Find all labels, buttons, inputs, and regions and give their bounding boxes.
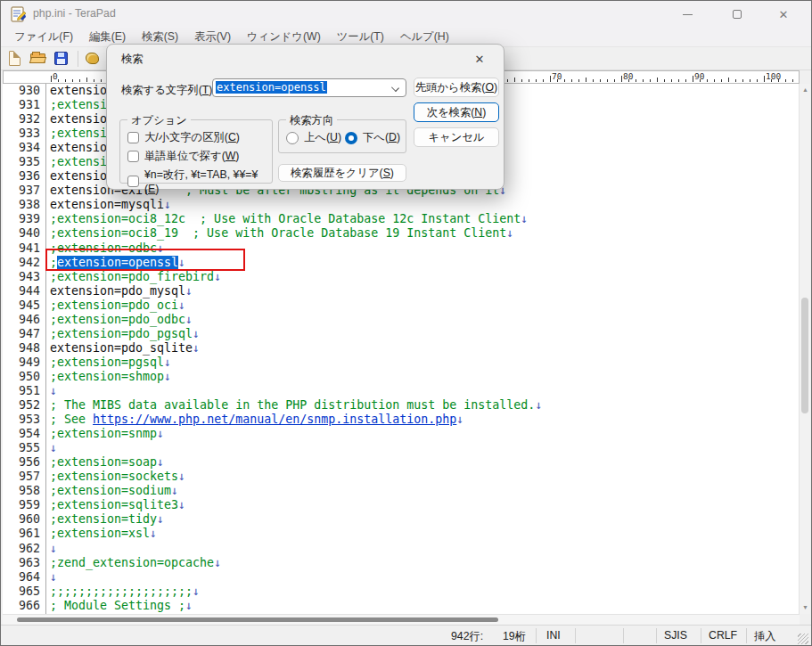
editor-line[interactable]: 948extension=pdo_sqlite↓ (3, 341, 800, 356)
editor-line[interactable]: 963;zend_extension=opcache↓ (3, 556, 800, 570)
line-number: 952 (3, 398, 40, 413)
radio-icon (286, 132, 299, 144)
new-file-button[interactable] (6, 50, 24, 68)
status-input-mode: 挿入 (754, 629, 776, 644)
line-text: ;extension=soap↓ (40, 455, 164, 470)
resize-grip[interactable] (798, 634, 808, 644)
menu-item-file[interactable]: ファイル(F) (6, 28, 81, 46)
maximize-icon (733, 10, 742, 19)
editor-line[interactable]: 955↓ (3, 441, 800, 455)
scroll-down-icon[interactable]: ▼ (800, 601, 811, 614)
newline-mark: ↓ (535, 398, 542, 412)
checkbox-case-sensitive[interactable]: 大/小文字の区別(C) (127, 130, 240, 145)
vertical-scrollbar[interactable]: ▲ ▼ (799, 84, 810, 614)
direction-group-label: 検索方向 (286, 113, 337, 128)
radio-search-up[interactable]: 上へ(U) (286, 130, 341, 145)
checkbox-label: 単語単位で探す(W) (144, 149, 239, 164)
ruler-label: 100 (766, 71, 781, 81)
save-file-button[interactable] (53, 50, 70, 68)
scroll-up-icon[interactable]: ▲ (800, 84, 811, 96)
line-number: 936 (3, 169, 40, 184)
line-text: ;extension=tidy↓ (40, 512, 164, 527)
line-text: ;extension=oci8_12c ; Use with Oracle Da… (40, 212, 528, 226)
editor-line[interactable]: 940;extension=oci8_19 ; Use with Oracle … (3, 226, 800, 241)
editor-line[interactable]: 961;extension=xsl↓ (3, 527, 800, 541)
horizontal-scrollbar-thumb[interactable] (17, 617, 498, 622)
status-divider (536, 628, 537, 643)
editor-line[interactable]: 938extension=mysqli↓ (3, 198, 800, 212)
line-number: 955 (3, 441, 40, 455)
dialog-close-icon: ✕ (475, 53, 485, 66)
editor-line[interactable]: 958;extension=sodium↓ (3, 484, 800, 498)
editor-line[interactable]: 952; The MIBS data available in the PHP … (3, 398, 800, 413)
newline-mark: ↓ (157, 427, 164, 440)
line-text: ;extension=sodium↓ (40, 484, 178, 498)
radio-icon-selected (345, 132, 357, 144)
line-text: extension=pdo_mysql↓ (40, 284, 193, 298)
newline-mark: ↓ (185, 599, 193, 612)
search-query-combobox[interactable]: extension=openssl (212, 78, 406, 97)
close-button[interactable]: ✕ (763, 1, 804, 28)
newline-mark: ↓ (157, 512, 164, 526)
editor-line[interactable]: 962↓ (3, 542, 800, 556)
line-number: 934 (3, 141, 40, 155)
ruler-label: 90 (694, 71, 704, 81)
open-file-button[interactable] (29, 50, 47, 68)
editor-line[interactable]: 939;extension=oci8_12c ; Use with Oracle… (3, 212, 800, 226)
horizontal-scrollbar[interactable] (3, 614, 800, 625)
editor-line[interactable]: 957;extension=sockets↓ (3, 470, 800, 484)
minimize-button[interactable] (667, 1, 708, 28)
editor-line[interactable]: 943;extension=pdo_firebird↓ (3, 270, 800, 284)
radio-search-down[interactable]: 下へ(D) (345, 130, 400, 145)
newline-mark: ↓ (456, 413, 463, 426)
window-title: php.ini - TeraPad (33, 7, 116, 20)
line-number: 945 (3, 298, 40, 313)
dialog-close-button[interactable]: ✕ (464, 48, 495, 70)
editor-line[interactable]: 946;extension=pdo_odbc↓ (3, 313, 800, 327)
line-number: 961 (3, 527, 40, 541)
find-next-button[interactable]: 次を検索(N) (414, 102, 499, 122)
status-divider (623, 628, 624, 643)
editor-line[interactable]: 947;extension=pdo_pgsql↓ (3, 327, 800, 341)
search-dialog: 検索 ✕ 検索する文字列(T): extension=openssl オプション… (106, 44, 504, 190)
editor-line[interactable]: 960;extension=tidy↓ (3, 512, 800, 527)
editor-line[interactable]: 953; See https://www.php.net/manual/en/s… (3, 413, 800, 427)
clear-history-button[interactable]: 検索履歴をクリア(S) (278, 164, 406, 182)
editor-line[interactable]: 966; Module Settings ;↓ (3, 599, 800, 613)
line-text: ;extension=pdo_odbc↓ (40, 313, 193, 327)
newline-mark: ↓ (193, 341, 200, 355)
maximize-button[interactable] (717, 1, 758, 28)
editor-line[interactable]: 965;;;;;;;;;;;;;;;;;;;;↓ (3, 585, 800, 599)
cancel-button[interactable]: キャンセル (414, 127, 499, 147)
editor-line[interactable]: 956;extension=soap↓ (3, 455, 800, 470)
line-text: ;extension=sqlite3↓ (40, 498, 185, 512)
editor-line[interactable]: 959;extension=sqlite3↓ (3, 498, 800, 512)
editor-line[interactable]: 954;extension=snmp↓ (3, 427, 800, 441)
status-divider (656, 628, 657, 643)
search-tool-button[interactable] (84, 50, 102, 68)
editor-line[interactable]: 964↓ (3, 570, 800, 585)
editor-line[interactable]: 950;extension=shmop↓ (3, 370, 800, 384)
vertical-scrollbar-thumb[interactable] (801, 298, 808, 413)
newline-mark: ↓ (178, 470, 185, 483)
newline-mark: ↓ (171, 484, 178, 497)
search-query-label: 検索する文字列(T): (121, 83, 216, 98)
editor-line[interactable]: 944extension=pdo_mysql↓ (3, 284, 800, 298)
line-number: 941 (3, 241, 40, 256)
checkbox-escape-sequences[interactable]: ¥n=改行, ¥t=TAB, ¥¥=¥(E) (127, 168, 272, 195)
chevron-down-icon[interactable] (391, 84, 399, 92)
editor-line[interactable]: 945;extension=pdo_oci↓ (3, 298, 800, 313)
url-link[interactable]: https://www.php.net/manual/en/snmp.insta… (93, 413, 456, 426)
editor-line[interactable]: 949;extension=pgsql↓ (3, 356, 800, 370)
radio-label: 下へ(D) (363, 130, 400, 145)
line-text: ↓ (40, 441, 57, 455)
search-query-value: extension=openssl (216, 81, 327, 94)
newline-mark: ↓ (521, 212, 528, 225)
search-from-top-button[interactable]: 先頭から検索(O) (414, 78, 499, 97)
terapad-app-icon (11, 6, 27, 22)
checkbox-whole-word[interactable]: 単語単位で探す(W) (127, 149, 239, 164)
status-bar: 942行: 19桁 INI SJIS CRLF 挿入 (1, 625, 811, 646)
status-file-type: INI (546, 629, 561, 642)
editor-line[interactable]: 951↓ (3, 384, 800, 398)
title-bar: php.ini - TeraPad ✕ (1, 1, 811, 28)
